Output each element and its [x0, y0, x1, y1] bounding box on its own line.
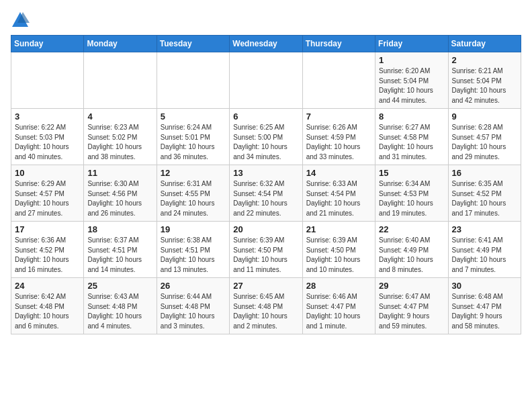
calendar-day-cell: 22Sunrise: 6:40 AM Sunset: 4:49 PM Dayli… — [375, 222, 448, 278]
day-info: Sunrise: 6:33 AM Sunset: 4:54 PM Dayligh… — [306, 179, 371, 218]
day-number: 29 — [379, 281, 444, 291]
day-number: 18 — [87, 224, 152, 234]
day-number: 26 — [161, 281, 226, 291]
calendar-day-cell: 3Sunrise: 6:22 AM Sunset: 5:03 PM Daylig… — [11, 109, 84, 165]
calendar-day-cell: 27Sunrise: 6:45 AM Sunset: 4:48 PM Dayli… — [230, 278, 302, 334]
day-info: Sunrise: 6:32 AM Sunset: 4:54 PM Dayligh… — [233, 179, 298, 218]
calendar-day-cell: 1Sunrise: 6:20 AM Sunset: 5:04 PM Daylig… — [375, 52, 448, 109]
calendar-day-cell: 7Sunrise: 6:26 AM Sunset: 4:59 PM Daylig… — [302, 109, 375, 165]
calendar-day-cell: 20Sunrise: 6:39 AM Sunset: 4:50 PM Dayli… — [230, 222, 302, 278]
day-info: Sunrise: 6:42 AM Sunset: 4:48 PM Dayligh… — [15, 292, 80, 331]
day-number: 12 — [161, 168, 226, 178]
day-number: 28 — [306, 281, 371, 291]
day-number: 22 — [379, 224, 444, 234]
day-info: Sunrise: 6:30 AM Sunset: 4:56 PM Dayligh… — [87, 179, 152, 218]
calendar-day-cell: 17Sunrise: 6:36 AM Sunset: 4:52 PM Dayli… — [11, 222, 84, 278]
day-info: Sunrise: 6:29 AM Sunset: 4:57 PM Dayligh… — [15, 179, 80, 218]
calendar-day-cell: 16Sunrise: 6:35 AM Sunset: 4:52 PM Dayli… — [448, 165, 521, 222]
day-number: 14 — [306, 168, 371, 178]
day-info: Sunrise: 6:46 AM Sunset: 4:47 PM Dayligh… — [306, 292, 371, 331]
day-info: Sunrise: 6:44 AM Sunset: 4:48 PM Dayligh… — [161, 292, 226, 331]
day-number: 13 — [233, 168, 298, 178]
day-info: Sunrise: 6:22 AM Sunset: 5:03 PM Dayligh… — [15, 123, 80, 162]
day-info: Sunrise: 6:27 AM Sunset: 4:58 PM Dayligh… — [379, 123, 444, 162]
day-info: Sunrise: 6:40 AM Sunset: 4:49 PM Dayligh… — [379, 236, 444, 275]
calendar-week-row: 17Sunrise: 6:36 AM Sunset: 4:52 PM Dayli… — [11, 222, 521, 278]
day-number: 8 — [379, 111, 444, 122]
calendar-day-cell: 29Sunrise: 6:47 AM Sunset: 4:47 PM Dayli… — [375, 278, 448, 334]
calendar-week-row: 24Sunrise: 6:42 AM Sunset: 4:48 PM Dayli… — [11, 278, 521, 334]
day-info: Sunrise: 6:45 AM Sunset: 4:48 PM Dayligh… — [233, 292, 298, 331]
page-header — [11, 11, 521, 30]
calendar-header-row: SundayMondayTuesdayWednesdayThursdayFrid… — [11, 36, 521, 52]
day-info: Sunrise: 6:23 AM Sunset: 5:02 PM Dayligh… — [87, 123, 152, 162]
day-info: Sunrise: 6:25 AM Sunset: 5:00 PM Dayligh… — [233, 123, 298, 162]
calendar-day-cell — [157, 52, 229, 109]
calendar-day-cell: 8Sunrise: 6:27 AM Sunset: 4:58 PM Daylig… — [375, 109, 448, 165]
calendar-week-row: 1Sunrise: 6:20 AM Sunset: 5:04 PM Daylig… — [11, 52, 521, 109]
day-number: 3 — [15, 111, 80, 122]
day-info: Sunrise: 6:36 AM Sunset: 4:52 PM Dayligh… — [15, 236, 80, 275]
day-of-week-header: Monday — [84, 36, 157, 52]
day-info: Sunrise: 6:47 AM Sunset: 4:47 PM Dayligh… — [379, 292, 444, 331]
calendar-day-cell: 13Sunrise: 6:32 AM Sunset: 4:54 PM Dayli… — [230, 165, 302, 222]
day-info: Sunrise: 6:24 AM Sunset: 5:01 PM Dayligh… — [161, 123, 226, 162]
day-number: 16 — [452, 168, 517, 178]
calendar-day-cell: 9Sunrise: 6:28 AM Sunset: 4:57 PM Daylig… — [448, 109, 521, 165]
day-number: 27 — [233, 281, 298, 291]
calendar-day-cell: 10Sunrise: 6:29 AM Sunset: 4:57 PM Dayli… — [11, 165, 84, 222]
calendar-week-row: 10Sunrise: 6:29 AM Sunset: 4:57 PM Dayli… — [11, 165, 521, 222]
day-number: 25 — [87, 281, 152, 291]
calendar-day-cell: 25Sunrise: 6:43 AM Sunset: 4:48 PM Dayli… — [84, 278, 157, 334]
day-number: 1 — [379, 55, 444, 65]
day-number: 17 — [15, 224, 80, 234]
day-number: 7 — [306, 111, 371, 122]
day-number: 30 — [452, 281, 517, 291]
calendar-table: SundayMondayTuesdayWednesdayThursdayFrid… — [11, 35, 521, 334]
day-info: Sunrise: 6:35 AM Sunset: 4:52 PM Dayligh… — [452, 179, 517, 218]
day-of-week-header: Saturday — [448, 36, 521, 52]
day-of-week-header: Tuesday — [157, 36, 229, 52]
day-info: Sunrise: 6:20 AM Sunset: 5:04 PM Dayligh… — [379, 66, 444, 105]
day-of-week-header: Thursday — [302, 36, 375, 52]
calendar-day-cell: 19Sunrise: 6:38 AM Sunset: 4:51 PM Dayli… — [157, 222, 229, 278]
day-info: Sunrise: 6:31 AM Sunset: 4:55 PM Dayligh… — [161, 179, 226, 218]
day-number: 5 — [161, 111, 226, 122]
calendar-day-cell: 6Sunrise: 6:25 AM Sunset: 5:00 PM Daylig… — [230, 109, 302, 165]
day-number: 19 — [161, 224, 226, 234]
day-info: Sunrise: 6:21 AM Sunset: 5:04 PM Dayligh… — [452, 66, 517, 105]
calendar-day-cell — [11, 52, 84, 109]
day-number: 15 — [379, 168, 444, 178]
calendar-day-cell: 21Sunrise: 6:39 AM Sunset: 4:50 PM Dayli… — [302, 222, 375, 278]
day-info: Sunrise: 6:37 AM Sunset: 4:51 PM Dayligh… — [87, 236, 152, 275]
day-number: 20 — [233, 224, 298, 234]
day-info: Sunrise: 6:43 AM Sunset: 4:48 PM Dayligh… — [87, 292, 152, 331]
day-number: 6 — [233, 111, 298, 122]
calendar-day-cell — [230, 52, 302, 109]
day-info: Sunrise: 6:34 AM Sunset: 4:53 PM Dayligh… — [379, 179, 444, 218]
day-info: Sunrise: 6:41 AM Sunset: 4:49 PM Dayligh… — [452, 236, 517, 275]
calendar-day-cell: 12Sunrise: 6:31 AM Sunset: 4:55 PM Dayli… — [157, 165, 229, 222]
day-number: 24 — [15, 281, 80, 291]
logo — [11, 11, 32, 30]
calendar-day-cell: 18Sunrise: 6:37 AM Sunset: 4:51 PM Dayli… — [84, 222, 157, 278]
calendar-week-row: 3Sunrise: 6:22 AM Sunset: 5:03 PM Daylig… — [11, 109, 521, 165]
calendar-day-cell: 2Sunrise: 6:21 AM Sunset: 5:04 PM Daylig… — [448, 52, 521, 109]
calendar-day-cell: 26Sunrise: 6:44 AM Sunset: 4:48 PM Dayli… — [157, 278, 229, 334]
calendar-day-cell: 28Sunrise: 6:46 AM Sunset: 4:47 PM Dayli… — [302, 278, 375, 334]
day-info: Sunrise: 6:48 AM Sunset: 4:47 PM Dayligh… — [452, 292, 517, 331]
calendar-day-cell — [84, 52, 157, 109]
calendar-day-cell: 14Sunrise: 6:33 AM Sunset: 4:54 PM Dayli… — [302, 165, 375, 222]
calendar-day-cell: 4Sunrise: 6:23 AM Sunset: 5:02 PM Daylig… — [84, 109, 157, 165]
calendar-day-cell: 23Sunrise: 6:41 AM Sunset: 4:49 PM Dayli… — [448, 222, 521, 278]
day-number: 10 — [15, 168, 80, 178]
day-of-week-header: Wednesday — [230, 36, 302, 52]
day-info: Sunrise: 6:38 AM Sunset: 4:51 PM Dayligh… — [161, 236, 226, 275]
day-info: Sunrise: 6:26 AM Sunset: 4:59 PM Dayligh… — [306, 123, 371, 162]
calendar-day-cell: 30Sunrise: 6:48 AM Sunset: 4:47 PM Dayli… — [448, 278, 521, 334]
day-number: 11 — [87, 168, 152, 178]
logo-icon — [11, 11, 30, 30]
day-number: 21 — [306, 224, 371, 234]
day-number: 4 — [87, 111, 152, 122]
day-number: 23 — [452, 224, 517, 234]
